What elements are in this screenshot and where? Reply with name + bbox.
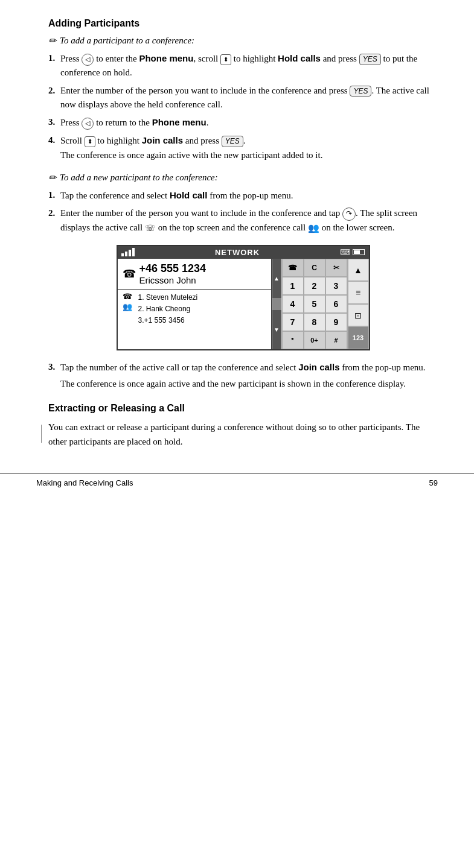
subsection2-title: ✏ To add a new participant to the confer… [48,172,438,183]
key-hash[interactable]: # [325,331,347,349]
yes-button-2: YES [350,86,371,97]
key-phone[interactable]: ☎ [282,259,304,277]
subsection1-title: ✏ To add a participant to a conference: [48,35,438,46]
steps-list-2: 1. Tap the conference and select Hold ca… [48,188,438,235]
held-participant-2: 2. Hank Cheong [138,303,198,315]
side-btn-copy[interactable]: ⊡ [348,304,369,327]
key-7[interactable]: 7 [282,313,304,331]
step-3-1: 3. Tap the number of the active call or … [48,360,438,391]
step-1-4: 4. Scroll ⬍ to highlight Join calls and … [48,133,438,162]
step-1-1: 1. Press ◁ to enter the Phone menu, scro… [48,51,438,80]
activecall-small-icon: ☏ [145,223,156,232]
scroll-icon-2: ⬍ [85,136,95,147]
scroll-down-btn[interactable]: ▼ [272,310,281,349]
key-0plus[interactable]: 0+ [304,331,325,349]
active-call-name: Ericsson John [139,275,207,285]
yes-button-1: YES [359,54,381,65]
scroll-mid [272,298,281,310]
held-names: 1. Steven Mutelezi 2. Hank Cheong 3.+1 5… [138,292,198,327]
phone-top-bar: NETWORK ⌨ [118,246,369,259]
scroll-up-btn[interactable]: ▲ [272,259,281,298]
active-call-display: ☎ +46 555 1234 Ericsson John [118,259,271,290]
steps-list-1: 1. Press ◁ to enter the Phone menu, scro… [48,51,438,162]
key-9[interactable]: 9 [325,313,347,331]
key-8[interactable]: 8 [304,313,325,331]
side-btn-123[interactable]: 123 [348,326,369,349]
step-3-note: The conference is once again active and … [60,377,438,391]
active-call-number: +46 555 1234 [139,262,207,275]
held-participant-1: 1. Steven Mutelezi [138,292,198,303]
phone-display-right: ▲ ▼ ☎ C ✂ 1 2 3 4 [272,259,369,349]
step-1-2: 2. Enter the number of the person you wa… [48,84,438,112]
footer-right: 59 [429,478,438,487]
phone-keypad: ☎ C ✂ 1 2 3 4 5 6 7 8 9 [281,259,347,349]
phone-side-controls: ▲ ≡ ⊡ 123 [347,259,369,349]
step-1-3: 3. Press ◁ to return to the Phone menu. [48,115,438,130]
scroll-up-down-icon: ⬍ [220,54,231,65]
addcall-icon: ↷ [342,207,356,221]
page-footer: Making and Receiving Calls 59 [0,473,474,492]
phone-menu-icon: ◁ [82,54,94,66]
key-5[interactable]: 5 [304,295,325,313]
key-3[interactable]: 3 [325,277,347,295]
phone-main-area: ☎ +46 555 1234 Ericsson John ☎ 👥 [118,259,369,349]
confcall-small-icon: 👥 [308,223,319,233]
step-2-1: 1. Tap the conference and select Hold ca… [48,188,438,203]
battery-area: ⌨ [340,248,365,256]
signal-bars [121,248,135,256]
network-label: NETWORK [215,248,260,257]
phone-back-icon: ◁ [82,118,94,130]
phone-call-area: ☎ +46 555 1234 Ericsson John ☎ 👥 [118,259,272,349]
held-participant-3: 3.+1 555 3456 [138,315,198,326]
held-conf-icon: 👥 [123,302,132,311]
key-6[interactable]: 6 [325,295,347,313]
battery-icon [353,249,365,255]
keyboard-icon: ⌨ [340,248,350,256]
phone-scroll-bar: ▲ ▼ [272,259,281,349]
pencil-icon-2: ✏ [48,172,56,183]
side-btn-menu[interactable]: ≡ [348,281,369,304]
step-2-2: 2. Enter the number of the person you wa… [48,206,438,235]
held-phone-icon: ☎ [123,292,132,301]
pencil-icon: ✏ [48,35,56,46]
section2-body: You can extract or release a participant… [48,420,438,449]
footer-left: Making and Receiving Calls [36,478,133,487]
phone-display: NETWORK ⌨ ☎ +46 555 1234 [117,245,370,350]
key-4[interactable]: 4 [282,295,304,313]
held-calls-display: ☎ 👥 1. Steven Mutelezi 2. Hank Cheong 3.… [118,290,271,329]
active-call-icon: ☎ [123,267,136,280]
side-btn-up[interactable]: ▲ [348,259,369,282]
key-scissors[interactable]: ✂ [325,259,347,277]
section-title: Adding Participants [48,18,438,29]
key-star[interactable]: * [282,331,304,349]
steps-list-3: 3. Tap the number of the active call or … [48,360,438,391]
step-1-4-note: The conference is once again active with… [60,150,322,160]
section2-title: Extracting or Releasing a Call [48,403,438,414]
page-border-bottom [41,425,42,443]
yes-button-3: YES [222,136,243,147]
key-c[interactable]: C [304,259,325,277]
key-2[interactable]: 2 [304,277,325,295]
key-1[interactable]: 1 [282,277,304,295]
